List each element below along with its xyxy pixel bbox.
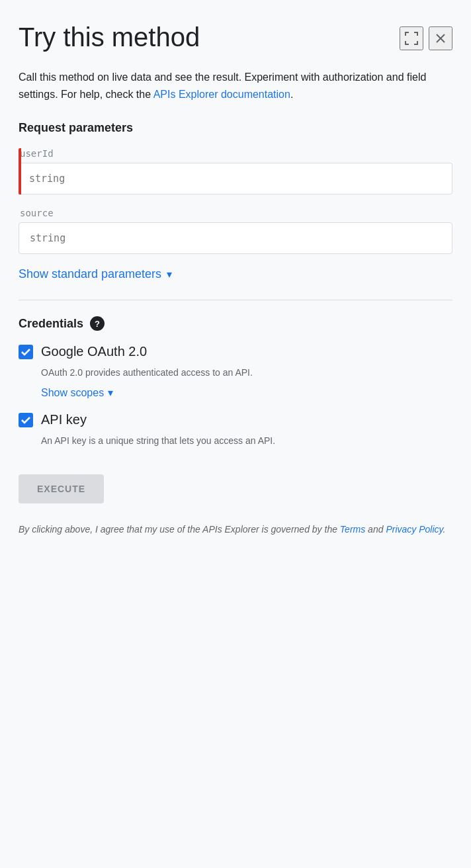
- chevron-down-icon: ▾: [167, 268, 172, 281]
- source-field-wrapper: source: [19, 208, 452, 254]
- credentials-header: Credentials ?: [19, 316, 452, 331]
- credentials-help-icon[interactable]: ?: [90, 316, 105, 331]
- privacy-policy-link[interactable]: Privacy Policy: [386, 524, 443, 535]
- header-icons: [400, 26, 452, 50]
- apikey-header: API key: [19, 412, 452, 427]
- oauth-credential-item: Google OAuth 2.0 OAuth 2.0 provides auth…: [19, 344, 452, 399]
- description-text: Call this method on live data and see th…: [19, 69, 452, 103]
- footer-text-part1: By clicking above, I agree that my use o…: [19, 524, 340, 535]
- terms-link[interactable]: Terms: [340, 524, 365, 535]
- footer-text: By clicking above, I agree that my use o…: [19, 522, 452, 537]
- footer-text-part2: and: [365, 524, 386, 535]
- userid-label: userId: [20, 148, 452, 159]
- divider: [19, 300, 452, 300]
- request-parameters-section: Request parameters userId source: [19, 121, 452, 254]
- oauth-description: OAuth 2.0 provides authenticated access …: [41, 366, 452, 380]
- request-parameters-title: Request parameters: [19, 121, 452, 135]
- apikey-checkmark-icon: [21, 415, 31, 425]
- source-input[interactable]: [19, 222, 452, 254]
- apis-explorer-link[interactable]: APIs Explorer documentation: [153, 89, 290, 100]
- show-standard-parameters-button[interactable]: Show standard parameters ▾: [19, 267, 452, 281]
- execute-button[interactable]: EXECUTE: [19, 474, 104, 503]
- oauth-name: Google OAuth 2.0: [41, 344, 147, 359]
- apikey-credential-item: API key An API key is a unique string th…: [19, 412, 452, 448]
- oauth-header: Google OAuth 2.0: [19, 344, 452, 359]
- apikey-description: An API key is a unique string that lets …: [41, 434, 452, 448]
- footer-text-part3: .: [443, 524, 445, 535]
- credentials-title: Credentials: [19, 317, 83, 331]
- checkmark-icon: [21, 347, 31, 357]
- apikey-name: API key: [41, 412, 87, 427]
- show-scopes-label: Show scopes: [41, 387, 104, 399]
- apikey-checkbox[interactable]: [19, 413, 33, 427]
- execute-section: EXECUTE: [19, 461, 452, 522]
- close-icon: [433, 30, 449, 46]
- expand-icon: [404, 30, 419, 46]
- scopes-chevron-icon: ▾: [108, 386, 113, 399]
- userid-field-wrapper: userId: [19, 148, 452, 195]
- oauth-checkbox[interactable]: [19, 345, 33, 359]
- show-scopes-button[interactable]: Show scopes ▾: [41, 386, 452, 399]
- page-title: Try this method: [19, 21, 400, 53]
- expand-button[interactable]: [400, 26, 423, 50]
- userid-input[interactable]: [19, 163, 452, 195]
- source-label: source: [20, 208, 452, 218]
- panel-header: Try this method: [19, 21, 452, 53]
- try-this-method-panel: Try this method Call this method on live…: [0, 0, 471, 868]
- show-standard-label: Show standard parameters: [19, 267, 161, 281]
- close-button[interactable]: [429, 26, 452, 50]
